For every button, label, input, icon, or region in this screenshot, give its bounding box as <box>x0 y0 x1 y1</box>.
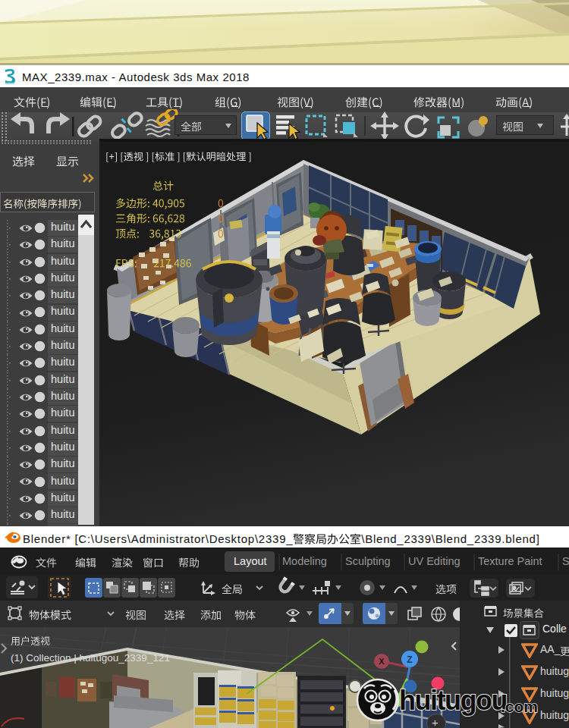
svg-text:.com: .com <box>501 698 538 715</box>
svg-text:Z: Z <box>407 654 412 665</box>
svg-text:huitugou: huitugou <box>399 685 507 716</box>
svg-text:X: X <box>379 657 385 666</box>
